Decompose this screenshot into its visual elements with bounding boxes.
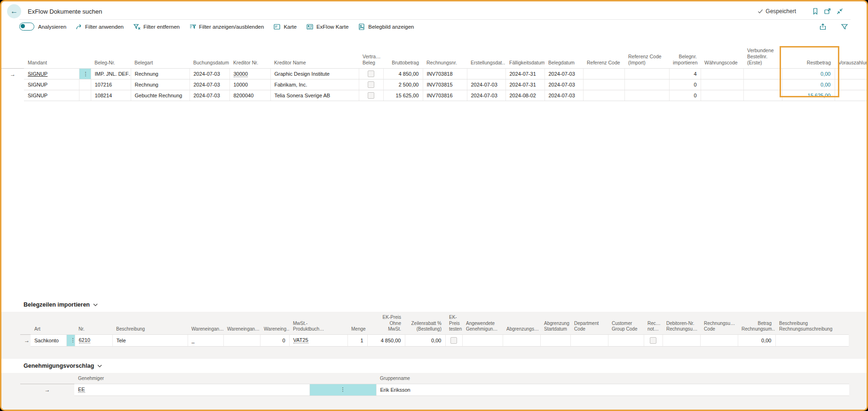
- table-cell[interactable]: 2024-07-03: [189, 90, 229, 101]
- table-cell[interactable]: [624, 69, 669, 79]
- table-cell[interactable]: 0,00: [405, 334, 445, 346]
- checkbox[interactable]: [368, 81, 374, 88]
- table-cell[interactable]: 2024-07-03: [189, 69, 229, 79]
- exflow-card-button[interactable]: ExFlow Karte: [306, 23, 348, 31]
- table-cell[interactable]: 10000: [229, 79, 270, 90]
- table-cell[interactable]: 4 850,00: [383, 69, 423, 79]
- column-header[interactable]: Belegart: [131, 41, 189, 69]
- column-header[interactable]: Belegdatum: [544, 41, 583, 69]
- approval-heading[interactable]: Genehmigungsvorschlag: [24, 361, 868, 371]
- column-header[interactable]: EK- Preis testen: [445, 312, 462, 334]
- table-cell[interactable]: [79, 90, 91, 101]
- table-cell[interactable]: Rechnung: [131, 79, 189, 90]
- table-cell[interactable]: [359, 79, 383, 90]
- column-header[interactable]: Angewendete Genehmigun…: [462, 312, 503, 334]
- column-header[interactable]: Customer Group Code: [608, 312, 644, 334]
- checkbox[interactable]: [450, 337, 457, 344]
- column-header[interactable]: Belegnr. importieren: [669, 41, 701, 69]
- back-button[interactable]: ←: [7, 4, 21, 18]
- table-cell[interactable]: [835, 79, 868, 90]
- table-cell[interactable]: 2024-07-03: [544, 90, 583, 101]
- table-cell[interactable]: 107216: [91, 79, 131, 90]
- clear-filter-button[interactable]: Filter entfernen: [133, 24, 180, 30]
- table-cell[interactable]: Gebuchte Rechnung: [131, 90, 189, 101]
- table-cell[interactable]: Tele: [112, 334, 188, 346]
- table-cell[interactable]: INV703816: [423, 90, 467, 101]
- column-header[interactable]: Restbetrag: [782, 41, 835, 69]
- cell-context-menu[interactable]: ⋮: [66, 334, 75, 346]
- import-lines-heading[interactable]: Belegzeilen importieren: [24, 300, 868, 310]
- analyze-toggle[interactable]: [19, 23, 34, 31]
- column-header[interactable]: Vertra… Beleg: [359, 41, 383, 69]
- show-document-image-button[interactable]: Belegbild anzeigen: [358, 23, 414, 31]
- table-cell[interactable]: [624, 79, 669, 90]
- column-header[interactable]: Rec… not…: [644, 312, 663, 334]
- table-cell[interactable]: 0: [669, 79, 701, 90]
- table-cell[interactable]: 6210: [75, 334, 112, 346]
- share-button[interactable]: [817, 22, 829, 32]
- table-cell[interactable]: SIGNUP: [24, 69, 79, 79]
- table-cell[interactable]: [743, 79, 782, 90]
- column-header[interactable]: Referenz Code (Import): [624, 41, 669, 69]
- column-header[interactable]: Vorauszahlung…: [835, 41, 868, 69]
- column-header[interactable]: Betrag Rechnungsum…: [738, 312, 775, 334]
- card-button[interactable]: Karte: [273, 23, 297, 31]
- table-cell[interactable]: [700, 334, 738, 346]
- table-cell[interactable]: SIGNUP: [24, 90, 79, 101]
- column-header[interactable]: Kreditor Nr.: [229, 41, 270, 69]
- column-header[interactable]: Rechnungsu… Code: [700, 312, 738, 334]
- table-cell[interactable]: 0,00: [738, 334, 775, 346]
- table-cell[interactable]: [743, 90, 782, 101]
- table-cell[interactable]: [624, 90, 669, 101]
- table-cell[interactable]: [583, 79, 624, 90]
- table-cell[interactable]: Erik Eriksson: [376, 384, 849, 395]
- table-cell[interactable]: [223, 334, 260, 346]
- column-header[interactable]: MwSt.- Produktbuch…: [289, 312, 347, 334]
- table-cell[interactable]: IMP. JNL. DEF…: [91, 69, 131, 79]
- table-cell[interactable]: 0: [260, 334, 289, 346]
- column-header[interactable]: Wareneing…: [260, 312, 289, 334]
- table-cell[interactable]: [503, 334, 540, 346]
- table-cell[interactable]: [583, 90, 624, 101]
- table-cell[interactable]: 8200040: [229, 90, 270, 101]
- table-cell[interactable]: [835, 69, 868, 79]
- column-header[interactable]: Buchungsdatum: [189, 41, 229, 69]
- table-cell[interactable]: 2024-07-03: [544, 69, 583, 79]
- column-header[interactable]: Kreditor Name: [270, 41, 359, 69]
- table-cell[interactable]: Graphic Design Institute: [270, 69, 359, 79]
- column-header[interactable]: Nr.: [75, 312, 112, 334]
- table-cell[interactable]: 2024-07-03: [467, 90, 505, 101]
- column-header[interactable]: Menge: [347, 312, 367, 334]
- table-cell[interactable]: [359, 90, 383, 101]
- table-cell[interactable]: 0: [669, 90, 701, 101]
- table-cell[interactable]: [701, 79, 743, 90]
- table-cell[interactable]: [743, 69, 782, 79]
- table-cell[interactable]: [701, 90, 743, 101]
- table-cell[interactable]: 0,00: [782, 69, 835, 79]
- cell-context-menu[interactable]: ⋮: [79, 69, 91, 79]
- checkbox[interactable]: [368, 71, 374, 77]
- column-header[interactable]: Bruttobetrag: [383, 41, 423, 69]
- column-header[interactable]: Beschreibung: [112, 312, 188, 334]
- column-header[interactable]: Wareneingan…: [223, 312, 260, 334]
- column-header[interactable]: Rechnungsnr.: [423, 41, 467, 69]
- column-header[interactable]: Genehmiger: [74, 373, 309, 384]
- table-cell[interactable]: [835, 90, 868, 101]
- column-header[interactable]: Abgrenzungs…: [503, 312, 540, 334]
- column-header[interactable]: Mandant: [24, 41, 79, 69]
- column-header[interactable]: Fälligkeitsdatum: [505, 41, 544, 69]
- table-cell[interactable]: INV703818: [423, 69, 467, 79]
- column-header[interactable]: Abgrenzung Startdatum: [540, 312, 570, 334]
- table-cell[interactable]: _: [188, 334, 223, 346]
- table-cell[interactable]: -15 625,00: [782, 90, 835, 101]
- table-cell[interactable]: Rechnung: [131, 69, 189, 79]
- column-header[interactable]: Wareneingan…: [188, 312, 223, 334]
- checkbox[interactable]: [368, 92, 374, 99]
- table-cell[interactable]: 2024-07-03: [544, 79, 583, 90]
- checkbox[interactable]: [650, 337, 656, 344]
- column-header[interactable]: Debitoren-Nr. Rechnungsu…: [663, 312, 700, 334]
- table-cell[interactable]: 2024-07-03: [467, 79, 505, 90]
- table-cell[interactable]: Telia Sonera Sverige AB: [270, 90, 359, 101]
- column-header[interactable]: Gruppenname: [376, 373, 849, 384]
- table-cell[interactable]: [583, 69, 624, 79]
